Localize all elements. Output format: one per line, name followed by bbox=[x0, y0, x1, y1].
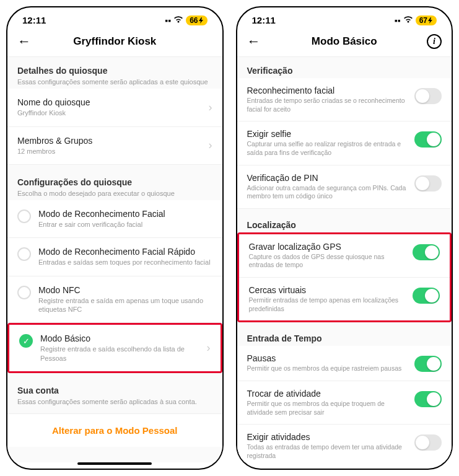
home-indicator bbox=[77, 462, 152, 465]
page-title: Modo Básico bbox=[312, 35, 377, 48]
highlight-location: Gravar localização GPSCapture os dados d… bbox=[237, 232, 452, 323]
phone-left: 12:11 ▪▪ 66 ← Gryffindor Kiosk Detalhes … bbox=[6, 6, 224, 470]
row-sub: 12 membros bbox=[17, 147, 209, 156]
radio-sub: Registre entrada e saída escolhendo da l… bbox=[40, 345, 199, 363]
battery-indicator: 67 bbox=[416, 15, 437, 25]
mode-nfc[interactable]: Modo NFC Registre entrada e saída em ape… bbox=[7, 276, 222, 324]
section-title: Verificação bbox=[247, 66, 442, 76]
section-desc: Essas configurações somente serão aplica… bbox=[17, 397, 212, 406]
toggle-title: Cercas virtuais bbox=[249, 285, 406, 295]
section-title: Sua conta bbox=[17, 386, 212, 395]
status-time: 12:11 bbox=[22, 15, 46, 25]
radio-unchecked-icon bbox=[17, 247, 31, 261]
highlight-basic-mode: ✓ Modo Básico Registre entrada e saída e… bbox=[7, 323, 222, 373]
status-right: ▪▪ 66 bbox=[165, 15, 207, 25]
section-location: Localização bbox=[237, 209, 452, 232]
toggle-sub: Permitir entradas de tempo apenas em loc… bbox=[249, 296, 406, 313]
header: ← Modo Básico i bbox=[237, 29, 452, 57]
switch-personal-mode-button[interactable]: Alterar para o Modo Pessoal bbox=[7, 413, 222, 447]
toggle-switch[interactable] bbox=[413, 288, 440, 304]
radio-sub: Registre entrada e saída em apenas um to… bbox=[38, 296, 212, 314]
section-title: Entrada de Tempo bbox=[247, 333, 442, 343]
toggle-sub: Capture os dados de GPS desse quiosque n… bbox=[249, 253, 406, 270]
status-right: ▪▪ 67 bbox=[395, 15, 437, 25]
toggle-require-activities[interactable]: Exigir atividadesTodas as entradas de te… bbox=[237, 425, 452, 462]
toggle-title: Pausas bbox=[247, 353, 408, 363]
toggle-switch[interactable] bbox=[414, 434, 442, 451]
chevron-right-icon: › bbox=[209, 139, 212, 152]
header: ← Gryffindor Kiosk bbox=[7, 29, 222, 57]
members-groups-row[interactable]: Membros & Grupos 12 membros › bbox=[7, 127, 222, 165]
mode-basic[interactable]: ✓ Modo Básico Registre entrada e saída e… bbox=[9, 325, 221, 371]
page-title: Gryffindor Kiosk bbox=[73, 35, 156, 48]
toggle-switch[interactable] bbox=[414, 391, 442, 407]
radio-title: Modo NFC bbox=[38, 285, 212, 295]
content: Verificação Reconhecimento facialEntrada… bbox=[237, 57, 452, 462]
chevron-right-icon: › bbox=[207, 342, 211, 355]
info-icon[interactable]: i bbox=[427, 34, 442, 49]
section-title: Configurações do quiosque bbox=[17, 177, 212, 187]
section-desc: Escolha o modo desejado para executar o … bbox=[17, 189, 212, 198]
toggle-title: Gravar localização GPS bbox=[249, 242, 406, 252]
toggle-switch[interactable] bbox=[414, 175, 442, 192]
back-icon[interactable]: ← bbox=[17, 33, 31, 50]
status-bar: 12:11 ▪▪ 66 bbox=[7, 7, 222, 29]
toggle-switch[interactable] bbox=[414, 88, 442, 104]
status-time: 12:11 bbox=[252, 15, 276, 25]
toggle-switch[interactable] bbox=[414, 356, 442, 372]
toggle-switch[interactable] bbox=[413, 244, 440, 260]
radio-sub: Entradas e saídas sem toques por reconhe… bbox=[38, 258, 212, 267]
toggle-sub: Entradas de tempo serão criadas se o rec… bbox=[247, 97, 408, 113]
toggle-sub: Permitir que os membros da equipe rastre… bbox=[247, 364, 408, 373]
row-sub: Gryffindor Kiosk bbox=[17, 108, 209, 117]
toggle-title: Trocar de atividade bbox=[247, 389, 408, 399]
toggle-geofences[interactable]: Cercas virtuaisPermitir entradas de temp… bbox=[239, 278, 450, 320]
toggle-title: Exigir atividades bbox=[247, 432, 408, 442]
radio-sub: Entrar e sair com verificação facial bbox=[38, 220, 212, 229]
toggle-gps-location[interactable]: Gravar localização GPSCapture os dados d… bbox=[239, 234, 450, 278]
status-bar: 12:11 ▪▪ 67 bbox=[237, 7, 452, 29]
section-details: Detalhes do quiosque Essas configurações… bbox=[7, 57, 222, 89]
chevron-right-icon: › bbox=[209, 101, 212, 114]
toggle-title: Exigir selfie bbox=[247, 129, 408, 139]
radio-unchecked-icon bbox=[17, 286, 31, 299]
radio-title: Modo de Reconhecimento Facial Rápido bbox=[38, 247, 212, 257]
toggle-title: Reconhecimento facial bbox=[247, 86, 408, 95]
section-config: Configurações do quiosque Escolha o modo… bbox=[7, 165, 222, 200]
kiosk-name-row[interactable]: Nome do quiosque Gryffindor Kiosk › bbox=[7, 89, 222, 126]
toggle-require-selfie[interactable]: Exigir selfieCapturar uma selfie ao real… bbox=[237, 121, 452, 165]
row-title: Nome do quiosque bbox=[17, 97, 209, 107]
toggle-sub: Adicionar outra camada de segurança com … bbox=[247, 184, 408, 201]
radio-checked-icon: ✓ bbox=[19, 334, 33, 348]
wifi-icon bbox=[173, 15, 183, 25]
toggle-switch[interactable] bbox=[414, 131, 442, 148]
toggle-title: Verificação de PIN bbox=[247, 173, 408, 183]
radio-title: Modo de Reconhecimento Facial bbox=[38, 209, 212, 219]
back-icon[interactable]: ← bbox=[247, 33, 261, 50]
section-time-entry: Entrada de Tempo bbox=[237, 322, 452, 346]
section-desc: Essas configurações somente serão aplica… bbox=[17, 77, 212, 86]
signal-icon: ▪▪ bbox=[395, 15, 401, 25]
wifi-icon bbox=[403, 15, 413, 25]
toggle-facial-recognition[interactable]: Reconhecimento facialEntradas de tempo s… bbox=[237, 78, 452, 121]
radio-unchecked-icon bbox=[17, 209, 31, 223]
content: Detalhes do quiosque Essas configurações… bbox=[7, 57, 222, 462]
mode-facial-fast[interactable]: Modo de Reconhecimento Facial Rápido Ent… bbox=[7, 238, 222, 276]
radio-title: Modo Básico bbox=[40, 333, 199, 343]
row-title: Membros & Grupos bbox=[17, 136, 209, 146]
toggle-pin-verification[interactable]: Verificação de PINAdicionar outra camada… bbox=[237, 165, 452, 209]
signal-icon: ▪▪ bbox=[165, 15, 171, 25]
section-account: Sua conta Essas configurações somente se… bbox=[7, 373, 222, 408]
section-title: Localização bbox=[247, 220, 442, 230]
section-title: Detalhes do quiosque bbox=[17, 66, 212, 76]
toggle-sub: Capturar uma selfie ao realizar registro… bbox=[247, 140, 408, 157]
toggle-sub: Todas as entradas de tempo devem ter uma… bbox=[247, 443, 408, 460]
toggle-sub: Permitir que os membros da equipe troque… bbox=[247, 400, 408, 416]
toggle-switch-activity[interactable]: Trocar de atividadePermitir que os membr… bbox=[237, 381, 452, 425]
phone-right: 12:11 ▪▪ 67 ← Modo Básico i Verificação … bbox=[236, 6, 453, 470]
toggle-breaks[interactable]: PausasPermitir que os membros da equipe … bbox=[237, 346, 452, 381]
section-verification: Verificação bbox=[237, 57, 452, 78]
mode-facial[interactable]: Modo de Reconhecimento Facial Entrar e s… bbox=[7, 200, 222, 238]
battery-indicator: 66 bbox=[186, 15, 207, 25]
